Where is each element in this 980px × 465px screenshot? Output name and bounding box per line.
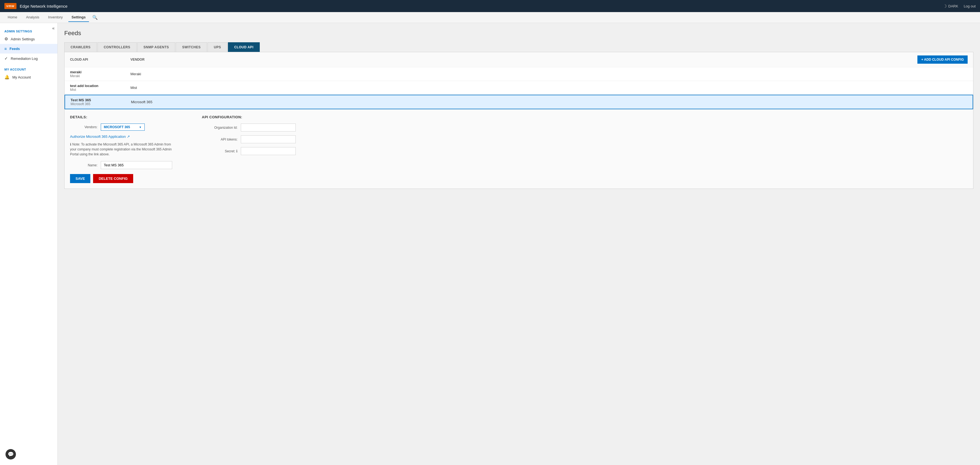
- row-vendor: Microsoft 365: [131, 100, 967, 104]
- note-text: ℹ Note: To activate the Microsoft 365 AP…: [70, 142, 174, 157]
- details-right: API CONFIGURATION: Organization Id: API …: [202, 115, 968, 183]
- tab-cloud-api[interactable]: CLOUD API: [228, 42, 260, 52]
- table-row[interactable]: meraki Meraki Meraki: [65, 67, 973, 81]
- nav-item-analysis[interactable]: Analysis: [23, 13, 43, 22]
- topbar-right: ☽ DARK Log out: [943, 3, 976, 9]
- org-id-input[interactable]: [241, 124, 296, 132]
- tabs-container: CRAWLERS CONTROLLERS SNMP AGENTS SWITCHE…: [64, 42, 974, 52]
- row-name: meraki: [70, 70, 130, 74]
- dark-mode-toggle[interactable]: ☽ DARK: [943, 3, 958, 9]
- table-row[interactable]: Test MS 365 Microsoft 365 Microsoft 365: [65, 95, 973, 109]
- gear-icon: ⚙: [5, 37, 8, 41]
- app-title: Edge Network Intelligence: [20, 4, 68, 8]
- topbar-left: vmw Edge Network Intelligence: [5, 3, 68, 9]
- chat-icon[interactable]: 💬: [5, 449, 16, 460]
- details-grid: DETAILS: Vendors: MICROSOFT 365 ▼ Author…: [70, 115, 968, 183]
- vendor-select-value: MICROSOFT 365: [104, 125, 130, 129]
- api-tokens-input[interactable]: [241, 135, 296, 143]
- bell-icon: 🔔: [5, 75, 10, 79]
- col-header-cloud-api: CLOUD API: [70, 58, 130, 62]
- add-cloud-api-button[interactable]: + ADD CLOUD API CONFIG: [917, 56, 968, 63]
- vmw-logo: vmw: [5, 3, 16, 9]
- action-row: SAVE DELETE CONFIG: [70, 174, 185, 183]
- nav-item-inventory[interactable]: Inventory: [45, 13, 66, 22]
- sidebar-admin-section-label: Admin Settings: [0, 26, 57, 34]
- dark-mode-label: DARK: [948, 4, 958, 8]
- api-tokens-row: API tokens:: [202, 135, 968, 143]
- tab-crawlers[interactable]: CRAWLERS: [64, 42, 97, 52]
- api-config-title: API CONFIGURATION:: [202, 115, 968, 119]
- table-header: CLOUD API VENDOR + ADD CLOUD API CONFIG: [65, 52, 973, 67]
- tab-controllers[interactable]: CONTROLLERS: [97, 42, 137, 52]
- row-sub: Meraki: [70, 74, 130, 78]
- cloud-api-panel: CLOUD API VENDOR + ADD CLOUD API CONFIG …: [64, 52, 974, 189]
- chevron-down-icon: ▼: [139, 126, 142, 129]
- sidebar-item-feeds[interactable]: ≡ Feeds: [0, 44, 57, 54]
- sidebar-item-remediation-log[interactable]: ✓ Remediation Log: [0, 54, 57, 63]
- row-name: Test MS 365: [70, 98, 131, 102]
- page-title: Feeds: [64, 30, 974, 37]
- external-link-icon: ↗: [127, 135, 130, 139]
- nav-item-settings[interactable]: Settings: [68, 13, 89, 22]
- sidebar-item-remediation-label: Remediation Log: [11, 57, 38, 61]
- sidebar-collapse-button[interactable]: «: [52, 26, 55, 31]
- sidebar-item-my-account[interactable]: 🔔 My Account: [0, 72, 57, 82]
- vendor-label: Vendors:: [70, 125, 97, 129]
- check-icon: ✓: [5, 56, 8, 61]
- name-label: Name:: [70, 163, 97, 167]
- org-id-label: Organization Id:: [202, 126, 237, 130]
- api-tokens-label: API tokens:: [202, 138, 237, 141]
- vendor-field-row: Vendors: MICROSOFT 365 ▼: [70, 124, 185, 131]
- sidebar: « Admin Settings ⚙ Admin Settings ≡ Feed…: [0, 23, 58, 465]
- sidebar-item-feeds-label: Feeds: [10, 47, 20, 51]
- details-section: DETAILS: Vendors: MICROSOFT 365 ▼ Author…: [65, 109, 973, 189]
- secret-label: Secret: ℹ: [202, 149, 237, 153]
- row-vendor: Meraki: [130, 72, 968, 76]
- authorize-link-text: Authorize Microsoft 365 Application: [70, 135, 126, 139]
- secret-input[interactable]: [241, 147, 296, 155]
- save-button[interactable]: SAVE: [70, 174, 90, 183]
- info-icon: ℹ: [70, 143, 72, 146]
- details-title: DETAILS:: [70, 115, 185, 119]
- secret-row: Secret: ℹ: [202, 147, 968, 155]
- name-field-row: Name:: [70, 161, 185, 169]
- tab-ups[interactable]: UPS: [208, 42, 228, 52]
- tab-switches[interactable]: SWITCHES: [176, 42, 207, 52]
- logout-button[interactable]: Log out: [964, 4, 975, 8]
- col-header-vendor: VENDOR: [130, 58, 917, 62]
- row-name-col: Test MS 365 Microsoft 365: [70, 98, 131, 106]
- feeds-icon: ≡: [5, 46, 7, 51]
- org-id-row: Organization Id:: [202, 124, 968, 132]
- layout: « Admin Settings ⚙ Admin Settings ≡ Feed…: [0, 23, 980, 465]
- delete-config-button[interactable]: DELETE CONFIG: [93, 174, 133, 183]
- secret-info-icon: ℹ: [236, 149, 237, 153]
- row-name-col: meraki Meraki: [70, 70, 130, 78]
- moon-icon: ☽: [943, 3, 947, 9]
- row-vendor: Mist: [130, 86, 968, 90]
- nav-bar: Home Analysis Inventory Settings 🔍: [0, 12, 980, 23]
- sidebar-item-my-account-label: My Account: [12, 75, 31, 79]
- sidebar-item-admin-settings[interactable]: ⚙ Admin Settings: [0, 34, 57, 44]
- name-input[interactable]: [101, 161, 172, 169]
- topbar: vmw Edge Network Intelligence ☽ DARK Log…: [0, 0, 980, 12]
- row-sub: Mist: [70, 88, 130, 92]
- search-icon[interactable]: 🔍: [92, 15, 98, 20]
- vendor-select[interactable]: MICROSOFT 365 ▼: [101, 124, 145, 131]
- main-content: Feeds CRAWLERS CONTROLLERS SNMP AGENTS S…: [58, 23, 980, 465]
- authorize-link[interactable]: Authorize Microsoft 365 Application ↗: [70, 135, 185, 139]
- row-name: test add location: [70, 84, 130, 88]
- row-sub: Microsoft 365: [70, 102, 131, 106]
- sidebar-item-admin-settings-label: Admin Settings: [11, 37, 35, 41]
- details-left: DETAILS: Vendors: MICROSOFT 365 ▼ Author…: [70, 115, 185, 183]
- nav-item-home[interactable]: Home: [5, 13, 21, 22]
- row-name-col: test add location Mist: [70, 84, 130, 92]
- sidebar-my-account-section-label: My Account: [0, 63, 57, 72]
- tab-snmp-agents[interactable]: SNMP AGENTS: [137, 42, 175, 52]
- table-row[interactable]: test add location Mist Mist: [65, 81, 973, 95]
